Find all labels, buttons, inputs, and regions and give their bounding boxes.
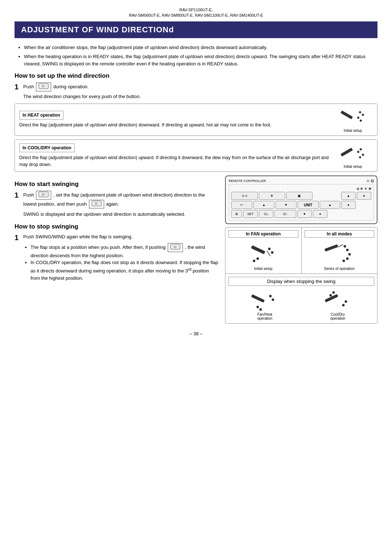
heat-box-content: Direct the flap (adjustment plate of up/… [19, 122, 333, 129]
remote-btn-arrowdown[interactable]: ▼ [275, 201, 297, 209]
remote-btn-arrowup[interactable]: ▲ [253, 201, 274, 209]
page-title: ADJUSTMENT OF WIND DIRECTIONd [15, 21, 377, 38]
heat-caption: Initial setup [344, 129, 362, 133]
lower-left-content: How to start swinging 1 Push ⊡↑ , set th… [15, 175, 219, 324]
svg-rect-18 [251, 245, 265, 254]
remote-top-row: REMOTE CONTROLLER ⊙ ⏻ [229, 179, 374, 183]
heat-box-label: In HEAT operation [19, 111, 64, 120]
remote-btn-grid[interactable]: ⊞ [231, 210, 242, 218]
lower-right-panel: REMOTE CONTROLLER ⊙ ⏻ ⊛ ❄ ☀ ❋ ⊙·ↄ ❄ ▣ ▲ … [225, 175, 377, 324]
remote-btn-dot2[interactable]: ● [341, 201, 356, 209]
header-line2: RAV-SM560UT-E, RAV-SM800UT-E, RAV-SM1100… [15, 13, 377, 18]
section-stop-swinging: How to stop swinging 1 Push SWING/WIND a… [15, 223, 219, 282]
svg-point-38 [344, 300, 347, 303]
section3-text: Push SWING/WIND again while the flap is … [23, 234, 132, 239]
remote-btn-swing[interactable]: ⊡↑ [274, 210, 296, 218]
all-modes-caption: Series of operation [324, 267, 355, 271]
remote-label: REMOTE CONTROLLER [229, 179, 266, 183]
section3-bullet2: In COOL/DRY operation, the flap does not… [30, 259, 219, 282]
section2-button2[interactable]: ⊡↑ [89, 200, 104, 209]
section3-bullet1: The flap stops at a position when you pu… [30, 243, 219, 259]
bullet-2: When the heating operation is in READY s… [24, 53, 376, 67]
section2-prefix: Push [23, 192, 34, 198]
section3-button[interactable]: ⊡↑ [168, 243, 183, 252]
section2-step-content: Push ⊡↑ , set the flap (adjustment plate… [23, 191, 219, 218]
cool-flap-diagram: Initial setup [333, 143, 373, 169]
step1-button[interactable]: ⊡↑ [36, 82, 51, 92]
section1-heading: How to set up the wind direction [15, 72, 377, 80]
svg-point-26 [343, 245, 346, 248]
svg-point-6 [360, 120, 362, 122]
svg-point-32 [269, 295, 271, 298]
svg-text:⊡↑: ⊡↑ [173, 245, 177, 248]
remote-btn-filter[interactable]: ▣ [286, 192, 313, 200]
remote-btn-dot3[interactable]: ● [313, 210, 327, 218]
all-modes-label: In all modes [305, 230, 375, 238]
svg-point-37 [342, 304, 344, 307]
lower-section: How to start swinging 1 Push ⊡↑ , set th… [15, 175, 377, 324]
svg-point-4 [362, 114, 364, 116]
step1-suffix: during operation. [53, 84, 89, 89]
remote-btn-unit[interactable]: UNIT [298, 201, 319, 209]
cool-box-content: Direct the flap (adjustment plate of up/… [19, 154, 333, 168]
remote-symbol-row1: ⊛ ❄ ☀ ❋ [356, 187, 371, 191]
heat-operation-box: In HEAT operation Direct the flap (adjus… [15, 104, 377, 136]
svg-rect-31 [251, 294, 265, 303]
remote-btn-set[interactable]: SET [243, 210, 258, 218]
fan-flap-svg [247, 240, 279, 265]
fan-operation-label: In FAN operation [228, 230, 298, 238]
step1-note: The wind direction changes for every pus… [23, 93, 377, 100]
fan-operation-cell: In FAN operation Initial setup [225, 227, 302, 274]
remote-btn-arrowdown2[interactable]: ▼ [297, 210, 312, 218]
remote-btn-dot-right[interactable]: ● [357, 192, 371, 200]
svg-point-29 [346, 258, 348, 260]
svg-rect-2 [340, 110, 353, 119]
svg-point-27 [346, 249, 348, 251]
svg-point-22 [257, 258, 259, 260]
fanheat-diagram: Fan/Heat operation [250, 289, 279, 320]
remote-btn-fan[interactable]: ❄ [259, 192, 285, 200]
section2-heading: How to start swinging [15, 181, 219, 188]
svg-point-3 [359, 111, 361, 113]
cooldry-svg [323, 289, 352, 312]
all-modes-cell: In all modes Series of operation [302, 227, 377, 274]
intro-bullets: When the air conditioner stops, the flap… [15, 44, 377, 68]
section3-heading: How to stop swinging [15, 223, 219, 230]
svg-point-5 [357, 117, 359, 119]
fan-caption: Initial setup [254, 267, 273, 271]
svg-line-25 [338, 244, 343, 247]
section2-note: SWING is displayed and the up/down wind … [23, 211, 219, 218]
section2-step-num: 1 [15, 191, 20, 199]
remote-btn-left[interactable]: ✄ [231, 201, 252, 209]
remote-btn-up-right[interactable]: ▲ [341, 192, 356, 200]
cool-operation-box: In COOL/DRY operation Direct the flap (a… [15, 139, 377, 172]
svg-point-11 [360, 148, 362, 150]
svg-point-9 [362, 154, 364, 156]
stop-swing-bottom-label: Display when stopping the swing [228, 277, 374, 286]
stop-swing-container: In FAN operation Initial setup [225, 227, 377, 324]
svg-point-40 [332, 291, 335, 294]
svg-text:⊡↑: ⊡↑ [42, 85, 46, 88]
section2-step1: 1 Push ⊡↑ , set the flap (adjustment pla… [15, 191, 219, 218]
page-footer: – 38 – [15, 331, 377, 336]
header-line1: RAV-SP1100UT-E, [15, 7, 377, 13]
fanheat-caption: Fan/Heat operation [257, 312, 273, 320]
section-start-swinging: How to start swinging 1 Push ⊡↑ , set th… [15, 181, 219, 218]
svg-text:⊡↑: ⊡↑ [42, 193, 46, 196]
svg-point-10 [357, 151, 359, 153]
svg-point-35 [259, 308, 262, 311]
svg-point-28 [348, 253, 351, 256]
section3-step-num: 1 [15, 233, 20, 242]
step1-content: Push ⊡↑ during operation. The wind direc… [23, 82, 377, 100]
page-header: RAV-SP1100UT-E, RAV-SM560UT-E, RAV-SM800… [15, 7, 377, 19]
remote-btn-mode[interactable]: ⊙·ↄ [231, 192, 258, 200]
section2-suffix: again. [106, 201, 119, 206]
remote-btn-arrowup2[interactable]: ▲ [320, 201, 340, 209]
section2-button1[interactable]: ⊡↑ [36, 191, 51, 200]
cooldry-caption: Cool/Dry operation [330, 312, 346, 320]
svg-point-21 [271, 251, 274, 254]
svg-point-33 [271, 299, 274, 301]
section-wind-direction: How to set up the wind direction 1 Push … [15, 72, 377, 172]
cool-caption: Initial setup [344, 165, 362, 169]
remote-btn-cl[interactable]: CL [259, 210, 273, 218]
